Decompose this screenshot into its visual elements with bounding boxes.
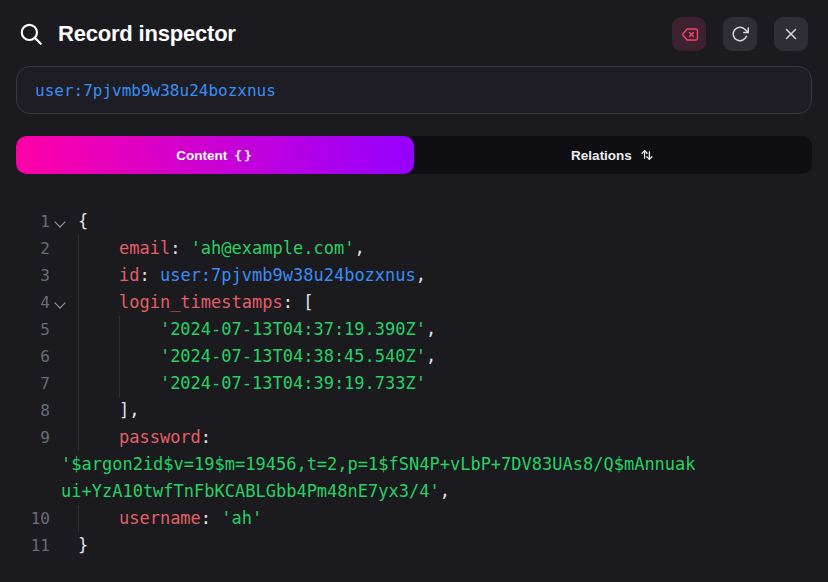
tab-relations[interactable]: Relations [414, 136, 812, 174]
code-token: login_timestamps [119, 292, 283, 312]
editor-gutter: 1 [0, 208, 70, 235]
editor-gutter: 5 [0, 316, 70, 343]
code-token: : [201, 427, 211, 447]
code-text: { [70, 208, 88, 235]
code-token: : [ [283, 292, 314, 312]
code-token: , [426, 319, 436, 339]
record-id-input[interactable] [16, 66, 812, 114]
editor-gutter: 8 [0, 397, 70, 424]
refresh-icon [731, 25, 749, 43]
code-line: 6 '2024-07-13T04:38:45.540Z', [0, 343, 828, 370]
code-editor[interactable]: 1{2 email: 'ah@example.com',3 id: user:7… [0, 208, 828, 559]
line-number: 1 [16, 208, 50, 235]
code-token: : [201, 508, 221, 528]
delete-record-button[interactable] [672, 17, 706, 51]
code-text: id: user:7pjvmb9w38u24bozxnus, [70, 262, 426, 289]
close-button[interactable] [774, 17, 808, 51]
code-token: , [416, 265, 426, 285]
line-number: 8 [16, 397, 50, 424]
tab-content-label: Content [176, 148, 227, 163]
indent [78, 265, 119, 285]
code-text: password: [70, 424, 211, 451]
line-number: 11 [16, 532, 50, 559]
editor-gutter: 10 [0, 505, 70, 532]
editor-gutter: 4 [0, 289, 70, 316]
code-token: username [119, 508, 201, 528]
editor-gutter: 11 [0, 532, 70, 559]
line-number: 2 [16, 235, 50, 262]
indent [78, 427, 119, 447]
code-line: '$argon2id$v=19$m=19456,t=2,p=1$fSN4P+vL… [0, 451, 828, 478]
tab-bar: Content {} Relations [16, 136, 812, 174]
indent [78, 238, 119, 258]
header: Record inspector [0, 0, 828, 52]
code-line: 5 '2024-07-13T04:37:19.390Z', [0, 316, 828, 343]
code-token: , [440, 481, 450, 501]
line-number: 4 [16, 289, 50, 316]
line-number: 7 [16, 370, 50, 397]
code-token: : [139, 265, 159, 285]
backspace-delete-icon [680, 25, 699, 44]
code-line: 10 username: 'ah' [0, 505, 828, 532]
code-token: '2024-07-13T04:38:45.540Z' [160, 346, 426, 366]
editor-gutter: 2 [0, 235, 70, 262]
code-token: password [119, 427, 201, 447]
code-line: 8 ], [0, 397, 828, 424]
indent [78, 319, 160, 339]
code-line: 3 id: user:7pjvmb9w38u24bozxnus, [0, 262, 828, 289]
line-number: 9 [16, 424, 50, 451]
line-number: 3 [16, 262, 50, 289]
line-number [16, 451, 50, 478]
page-title: Record inspector [58, 21, 655, 47]
indent [78, 400, 119, 420]
code-token: 'ah@example.com' [191, 238, 355, 258]
code-token: } [78, 535, 88, 555]
editor-gutter: 7 [0, 370, 70, 397]
code-token: ui+YzA10twfTnFbKCABLGbb4Pm48nE7yx3/4' [61, 481, 440, 501]
relations-swap-icon [639, 147, 655, 163]
editor-gutter: 3 [0, 262, 70, 289]
code-token: , [354, 238, 364, 258]
fold-chevron-icon [50, 289, 70, 316]
code-text: '$argon2id$v=19$m=19456,t=2,p=1$fSN4P+vL… [53, 451, 696, 478]
tab-relations-label: Relations [571, 148, 632, 163]
search-icon [18, 21, 44, 47]
braces-icon: {} [234, 148, 254, 163]
code-token: 'ah' [221, 508, 262, 528]
code-token: user:7pjvmb9w38u24bozxnus [160, 265, 416, 285]
tab-content[interactable]: Content {} [16, 136, 414, 174]
code-token: '$argon2id$v=19$m=19456,t=2,p=1$fSN4P+vL… [61, 454, 696, 474]
code-text: email: 'ah@example.com', [70, 235, 365, 262]
code-token: : [170, 238, 190, 258]
code-text: ui+YzA10twfTnFbKCABLGbb4Pm48nE7yx3/4', [53, 478, 450, 505]
code-token: '2024-07-13T04:39:19.733Z' [160, 373, 426, 393]
code-token: '2024-07-13T04:37:19.390Z' [160, 319, 426, 339]
code-text: } [70, 532, 88, 559]
code-line: ui+YzA10twfTnFbKCABLGbb4Pm48nE7yx3/4', [0, 478, 828, 505]
close-icon [782, 25, 800, 43]
code-token: ], [119, 400, 139, 420]
line-number: 6 [16, 343, 50, 370]
code-token: id [119, 265, 139, 285]
refresh-button[interactable] [723, 17, 757, 51]
line-number [16, 478, 50, 505]
indent [78, 373, 160, 393]
line-number: 10 [16, 505, 50, 532]
fold-chevron-icon [50, 208, 70, 235]
indent [78, 508, 119, 528]
indent [78, 346, 160, 366]
indent [78, 292, 119, 312]
code-token: { [78, 211, 88, 231]
code-line: 4 login_timestamps: [ [0, 289, 828, 316]
code-line: 1{ [0, 208, 828, 235]
code-line: 11} [0, 532, 828, 559]
code-line: 2 email: 'ah@example.com', [0, 235, 828, 262]
code-text: ], [70, 397, 139, 424]
line-number: 5 [16, 316, 50, 343]
editor-gutter: 6 [0, 343, 70, 370]
code-text: '2024-07-13T04:38:45.540Z', [70, 343, 436, 370]
record-inspector-panel: Record inspector Content {} [0, 0, 828, 582]
code-text: username: 'ah' [70, 505, 262, 532]
editor-gutter: 9 [0, 424, 70, 451]
code-text: '2024-07-13T04:39:19.733Z' [70, 370, 426, 397]
